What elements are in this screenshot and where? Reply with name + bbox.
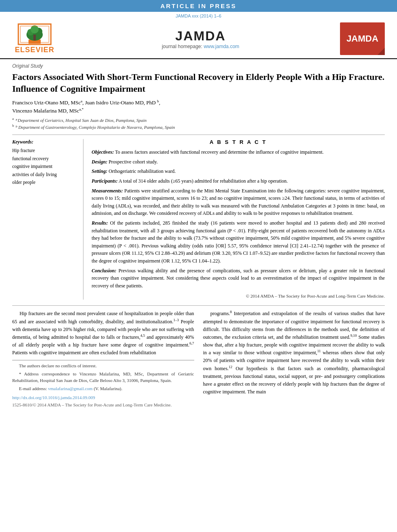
author-1: Francisco Uriz-Otano MD, MSca, Juan Isid… <box>12 99 160 106</box>
abstract-copyright: © 2014 AMDA – The Society for Post-Acute… <box>92 293 385 300</box>
abstract-title: A B S T R A C T <box>92 139 385 145</box>
abstract-measurements: Measurements: Patients were stratified a… <box>92 187 385 217</box>
keywords-list: Hip fracture functional recovery cogniti… <box>12 147 78 187</box>
keyword-1: Hip fracture <box>12 147 78 155</box>
affiliation-a: a ᵃ Department of Geriatrics, Hospital S… <box>12 117 385 124</box>
journal-name: JAMDA <box>61 29 340 44</box>
body-left-para-1: Hip fractures are the second most preval… <box>12 310 194 357</box>
main-content: Original Study Factors Associated With S… <box>0 59 397 413</box>
issn-line: 1525-8610/© 2014 AMDA – The Society for … <box>12 402 194 409</box>
section-label: Original Study <box>12 63 385 69</box>
banner-text: ARTICLE IN PRESS <box>160 2 237 9</box>
abstract-text: Objectives: To assess factors associated… <box>92 148 385 300</box>
doi-line: http://dx.doi.org/10.1016/j.jamda.2014.0… <box>12 394 194 402</box>
email-link[interactable]: vmalafarina@gmail.com <box>48 386 92 391</box>
elsevier-tree-icon <box>16 23 53 46</box>
svg-rect-2 <box>33 35 36 40</box>
jamda-logo-right: JAMDA <box>340 22 385 55</box>
conflict-note: The authors declare no conflicts of inte… <box>12 362 194 369</box>
section-divider <box>12 135 385 135</box>
abstract-section: Keywords: Hip fracture functional recove… <box>12 139 385 300</box>
journal-center: JAMDA journal homepage: www.jamda.com <box>61 29 340 49</box>
elsevier-logo: ELSEVIER <box>8 23 61 54</box>
abstract-objectives: Objectives: To assess factors associated… <box>92 148 385 156</box>
footnote-area: The authors declare no conflicts of inte… <box>12 360 194 392</box>
body-right-para-1: programs.8 Interpretation and extrapolat… <box>203 310 385 396</box>
author-2: Vincenzo Malafarina MD, MSca,* <box>12 108 83 114</box>
article-in-press-banner: ARTICLE IN PRESS <box>0 0 397 12</box>
journal-meta-line: JAMDA xxx (2014) 1–6 <box>0 12 397 19</box>
authors: Francisco Uriz-Otano MD, MSca, Juan Isid… <box>12 99 385 115</box>
abstract-results: Results: Of the patients included, 285 f… <box>92 219 385 265</box>
abstract-column: A B S T R A C T Objectives: To assess fa… <box>92 139 385 300</box>
abstract-design: Design: Prospective cohort study. <box>92 158 385 166</box>
homepage-link[interactable]: www.jamda.com <box>204 44 239 49</box>
elsevier-label: ELSEVIER <box>15 46 54 54</box>
affiliations: a ᵃ Department of Geriatrics, Hospital S… <box>12 117 385 130</box>
body-section: Hip fractures are the second most preval… <box>12 305 385 408</box>
keyword-3: cognitive impairment <box>12 163 78 171</box>
keyword-5: older people <box>12 179 78 187</box>
journal-homepage: journal homepage: www.jamda.com <box>61 44 340 49</box>
doi-link[interactable]: http://dx.doi.org/10.1016/j.jamda.2014.0… <box>12 395 95 400</box>
email-note: E-mail address: vmalafarina@gmail.com (V… <box>12 385 194 392</box>
keyword-4: activities of daily living <box>12 171 78 179</box>
abstract-setting: Setting: Orthogeriatric rehabilitation w… <box>92 168 385 175</box>
abstract-conclusion: Conclusion: Previous walking ability and… <box>92 267 385 290</box>
journal-header: ELSEVIER JAMDA journal homepage: www.jam… <box>0 19 397 59</box>
body-two-col: Hip fractures are the second most preval… <box>12 310 385 408</box>
affiliation-b: b ᵇ Department of Gastroenterology, Comp… <box>12 124 385 131</box>
body-right-col: programs.8 Interpretation and extrapolat… <box>203 310 385 408</box>
keywords-title: Keywords: <box>12 139 78 145</box>
article-title: Factors Associated With Short-Term Funct… <box>12 71 385 95</box>
logo-right-text: JAMDA <box>347 33 378 44</box>
homepage-label: journal homepage: <box>162 44 202 49</box>
body-left-col: Hip fractures are the second most preval… <box>12 310 194 408</box>
correspondence-note: * Address correspondence to Vincenzo Mal… <box>12 371 194 384</box>
keywords-column: Keywords: Hip fracture functional recove… <box>12 139 83 300</box>
abstract-participants: Participants: A total of 314 older adult… <box>92 177 385 185</box>
svg-point-5 <box>31 25 39 33</box>
journal-ref: JAMDA xxx (2014) 1–6 <box>175 13 222 18</box>
keyword-2: functional recovery <box>12 155 78 163</box>
